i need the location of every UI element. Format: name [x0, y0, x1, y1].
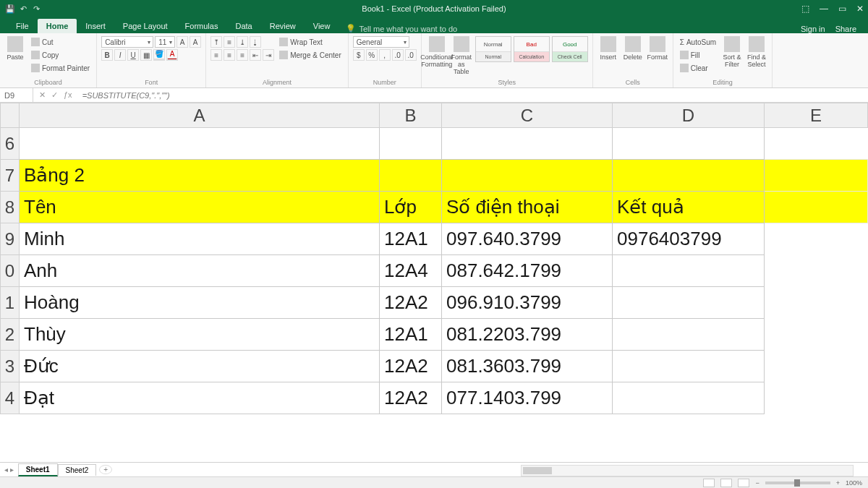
comma-icon[interactable]: , [379, 49, 391, 61]
formula-input[interactable]: =SUBSTITUTE(C9,".","") [78, 91, 868, 100]
format-as-table-button[interactable]: Format as Table [451, 36, 472, 75]
cell[interactable]: Bảng 2 [20, 160, 380, 192]
cell[interactable] [613, 319, 765, 351]
zoom-in-icon[interactable]: + [836, 479, 840, 487]
tab-review[interactable]: Review [261, 19, 305, 33]
col-header-E[interactable]: E [765, 103, 868, 128]
align-top-icon[interactable]: ⤒ [210, 36, 222, 48]
col-header-D[interactable]: D [613, 103, 765, 128]
cut-button[interactable]: Cut [29, 36, 92, 48]
cell-styles-gallery[interactable]: NormalNormal BadCalculation GoodCheck Ce… [475, 36, 588, 62]
cell[interactable] [765, 255, 868, 287]
sign-in-link[interactable]: Sign in [801, 25, 825, 33]
align-right-icon[interactable]: ≡ [237, 49, 248, 61]
cell[interactable] [380, 128, 442, 160]
share-button[interactable]: Share [835, 25, 856, 33]
sheet-tab-1[interactable]: Sheet1 [18, 463, 58, 476]
tab-formulas[interactable]: Formulas [176, 19, 227, 33]
row-header[interactable]: 8 [1, 192, 20, 223]
percent-icon[interactable]: % [366, 49, 378, 61]
zoom-slider[interactable] [765, 481, 830, 484]
cell[interactable] [613, 128, 765, 160]
cell[interactable]: 12A1 [380, 223, 442, 255]
fill-color-button[interactable]: 🪣 [153, 49, 165, 61]
cell[interactable]: 12A2 [380, 351, 442, 382]
cell[interactable]: 081.3603.799 [442, 351, 613, 382]
conditional-formatting-button[interactable]: Conditional Formatting [426, 36, 448, 68]
tab-file[interactable]: File [7, 19, 38, 33]
tab-home[interactable]: Home [38, 19, 77, 33]
zoom-level[interactable]: 100% [846, 479, 862, 487]
format-cells-button[interactable]: Format [647, 36, 668, 61]
inc-decimal-icon[interactable]: .0 [392, 49, 404, 61]
sheet-nav[interactable]: ◂ ▸ [0, 466, 18, 474]
dec-decimal-icon[interactable]: .0 [405, 49, 417, 61]
style-bad[interactable]: BadCalculation [514, 36, 550, 62]
row-header[interactable]: 9 [1, 223, 20, 255]
bold-button[interactable]: B [101, 49, 113, 61]
border-button[interactable]: ▦ [140, 49, 152, 61]
spreadsheet-grid[interactable]: A B C D E 67Bảng 28TênLớpSố điện thoạiKế… [0, 103, 868, 464]
cell[interactable] [765, 192, 868, 223]
cell[interactable] [765, 287, 868, 319]
indent-dec-icon[interactable]: ⇤ [250, 49, 261, 61]
close-icon[interactable]: ✕ [856, 4, 864, 14]
cell[interactable] [765, 351, 868, 382]
cell[interactable]: 097.640.3799 [442, 223, 613, 255]
sort-filter-button[interactable]: Sort & Filter [721, 36, 743, 68]
cell[interactable]: Số điện thoại [442, 192, 613, 223]
redo-icon[interactable]: ↷ [32, 4, 41, 13]
cell[interactable]: Kết quả [613, 192, 765, 223]
align-middle-icon[interactable]: ≡ [224, 36, 235, 48]
underline-button[interactable]: U [127, 49, 139, 61]
page-layout-view-icon[interactable] [720, 479, 732, 487]
cell[interactable] [613, 287, 765, 319]
cell[interactable]: Tên [20, 192, 380, 223]
increase-font-icon[interactable]: A [176, 36, 188, 48]
row-header[interactable]: 2 [1, 319, 20, 351]
insert-cells-button[interactable]: Insert [597, 36, 619, 61]
cell[interactable]: 087.642.1799 [442, 255, 613, 287]
align-bottom-icon[interactable]: ⤓ [237, 36, 248, 48]
indent-inc-icon[interactable]: ⇥ [263, 49, 274, 61]
enter-icon[interactable]: ✓ [51, 90, 58, 100]
cell[interactable] [613, 382, 765, 414]
cell[interactable]: 12A2 [380, 287, 442, 319]
delete-cells-button[interactable]: Delete [622, 36, 644, 61]
cell[interactable] [765, 382, 868, 414]
normal-view-icon[interactable] [703, 479, 715, 487]
cell[interactable] [380, 160, 442, 192]
minimize-icon[interactable]: — [820, 4, 828, 14]
cell[interactable] [613, 351, 765, 382]
align-center-icon[interactable]: ≡ [224, 49, 235, 61]
row-header[interactable]: 0 [1, 255, 20, 287]
fill-button[interactable]: Fill [678, 49, 718, 61]
horizontal-scrollbar[interactable] [521, 465, 854, 476]
paste-button[interactable]: Paste [4, 36, 26, 61]
font-color-button[interactable]: A [166, 49, 178, 61]
cell[interactable] [442, 128, 613, 160]
name-box[interactable]: D9 [0, 88, 33, 102]
cell[interactable]: 0976403799 [613, 223, 765, 255]
merge-center-button[interactable]: Merge & Center [277, 49, 344, 61]
cell[interactable] [442, 160, 613, 192]
copy-button[interactable]: Copy [29, 49, 92, 61]
font-size-combo[interactable]: 11 [155, 36, 175, 48]
col-header-C[interactable]: C [442, 103, 613, 128]
cell[interactable] [765, 160, 868, 192]
decrease-font-icon[interactable]: A [190, 36, 201, 48]
page-break-view-icon[interactable] [738, 479, 749, 487]
cell[interactable]: 12A4 [380, 255, 442, 287]
italic-button[interactable]: I [114, 49, 126, 61]
cell[interactable] [765, 319, 868, 351]
cell[interactable]: Anh [20, 255, 380, 287]
select-all-corner[interactable] [1, 103, 20, 128]
autosum-button[interactable]: Σ AutoSum [678, 36, 718, 48]
add-sheet-button[interactable]: + [99, 465, 112, 474]
cell[interactable]: 081.2203.799 [442, 319, 613, 351]
col-header-A[interactable]: A [20, 103, 380, 128]
cell[interactable]: Thùy [20, 319, 380, 351]
cell[interactable] [20, 128, 380, 160]
cell[interactable]: 096.910.3799 [442, 287, 613, 319]
cell[interactable]: 12A1 [380, 319, 442, 351]
